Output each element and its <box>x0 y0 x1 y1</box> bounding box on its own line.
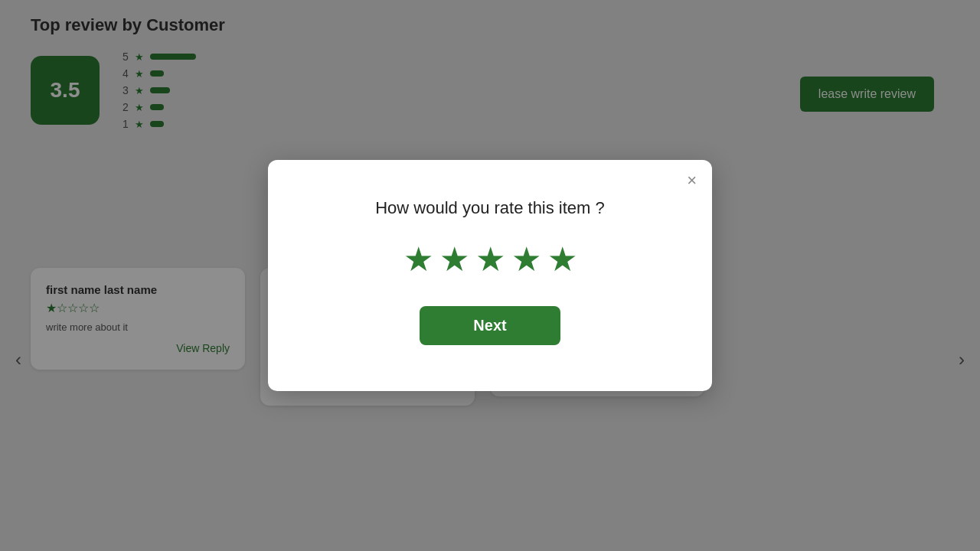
next-button[interactable]: Next <box>420 306 560 345</box>
modal-overlay: × How would you rate this item ? ★ ★ ★ ★… <box>0 0 980 551</box>
modal-stars-container: ★ ★ ★ ★ ★ <box>314 240 666 279</box>
modal-star-3[interactable]: ★ <box>475 240 505 279</box>
rating-modal: × How would you rate this item ? ★ ★ ★ ★… <box>268 160 712 391</box>
modal-star-4[interactable]: ★ <box>511 240 541 279</box>
modal-star-2[interactable]: ★ <box>439 240 469 279</box>
modal-star-1[interactable]: ★ <box>403 240 433 279</box>
modal-star-5[interactable]: ★ <box>547 240 577 279</box>
modal-close-button[interactable]: × <box>687 172 697 189</box>
modal-title: How would you rate this item ? <box>314 198 666 218</box>
